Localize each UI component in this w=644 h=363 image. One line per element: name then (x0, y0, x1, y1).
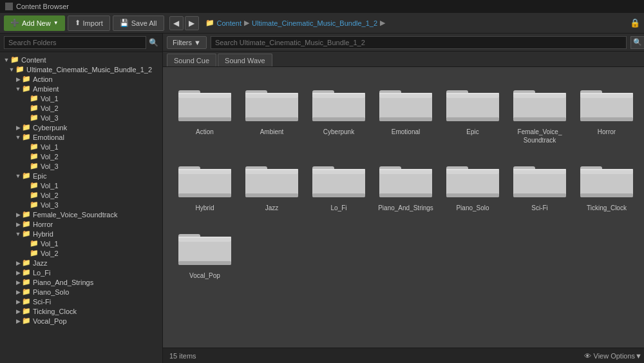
tree-label: Cyberpunk (33, 124, 67, 132)
content-search-input[interactable] (211, 36, 627, 49)
tree-item-ticking-clock[interactable]: ▶ 📁 Ticking_Clock (0, 306, 162, 316)
folder-icon (511, 80, 569, 125)
grid-folder-item[interactable]: Hybrid (173, 153, 236, 215)
svg-rect-34 (580, 117, 633, 121)
tree-label: Vol_2 (41, 191, 59, 199)
expand-arrow-icon: ▶ (14, 76, 22, 83)
status-bar: 15 items 👁 View Options▼ (163, 348, 644, 363)
svg-rect-73 (178, 237, 231, 238)
search-folders-input[interactable] (4, 36, 146, 49)
tree-item-hybrid[interactable]: ▼ 📁 Hybrid (0, 229, 162, 239)
tree-item-emotional-vol2[interactable]: 📁 Vol_2 (0, 152, 162, 161)
tree-label: Vol_3 (41, 114, 59, 122)
tree-item-ambient[interactable]: ▼ 📁 Ambient (0, 84, 162, 93)
tree-item-hybrid-vol2[interactable]: 📁 Vol_2 (0, 248, 162, 258)
tree-item-cyberpunk[interactable]: ▶ 📁 Cyberpunk (0, 123, 162, 132)
grid-folder-item[interactable]: Epic (441, 77, 504, 147)
tree-item-action[interactable]: ▶ 📁 Action (0, 74, 162, 84)
folder-icon (176, 156, 234, 201)
folder-icon (578, 156, 636, 201)
tree-item-horror[interactable]: ▶ 📁 Horror (0, 219, 162, 229)
tree-item-piano-solo[interactable]: ▶ 📁 Piano_Solo (0, 287, 162, 297)
tree-item-ambient-vol3[interactable]: 📁 Vol_3 (0, 113, 162, 123)
nav-buttons: ◀ ▶ (169, 16, 199, 30)
import-button[interactable]: ⬆ Import (68, 15, 110, 31)
add-new-button[interactable]: ➕ Add New ▼ (4, 15, 65, 31)
tree-label: Vol_2 (41, 104, 59, 112)
save-all-button[interactable]: 💾 Save All (113, 15, 164, 31)
folder-icon: 📁 (22, 172, 31, 180)
expand-arrow-icon: ▼ (14, 86, 22, 92)
nav-back-button[interactable]: ◀ (169, 16, 184, 30)
svg-rect-54 (379, 193, 432, 197)
folder-label: Cyberpunk (323, 128, 354, 136)
grid-folder-item[interactable]: Lo_Fi (307, 153, 370, 215)
tree-item-epic-vol3[interactable]: 📁 Vol_3 (0, 200, 162, 210)
search-go-button[interactable]: 🔍 (630, 36, 644, 49)
grid-folder-item[interactable]: Emotional (374, 77, 437, 147)
folder-icon: 📁 (30, 181, 39, 190)
grid-folder-item[interactable]: Vocal_Pop (173, 221, 236, 282)
grid-folder-item[interactable]: Horror (575, 77, 638, 147)
nav-forward-button[interactable]: ▶ (185, 16, 199, 30)
breadcrumb-content[interactable]: Content (217, 19, 242, 27)
tree-label: Lo_Fi (33, 269, 51, 277)
folder-icon: 📁 (22, 288, 31, 296)
grid-folder-item[interactable]: Ticking_Clock (575, 153, 638, 215)
folder-icon (444, 156, 502, 201)
folder-icon (243, 156, 301, 201)
folder-icon: 📁 (205, 19, 214, 27)
expand-arrow-icon: ▼ (8, 66, 15, 73)
tree-item-epic[interactable]: ▼ 📁 Epic (0, 171, 162, 181)
tree-item-vocal-pop[interactable]: ▶ 📁 Vocal_Pop (0, 316, 162, 326)
app-icon (5, 3, 13, 10)
folder-label: Ambient (260, 128, 284, 136)
svg-rect-53 (379, 169, 432, 170)
breadcrumb-sep-1: ▶ (244, 19, 249, 27)
folder-icon: 📁 (30, 162, 39, 170)
expand-arrow-icon: ▶ (14, 308, 22, 315)
folder-icon (511, 156, 569, 201)
expand-arrow-icon: ▶ (14, 299, 22, 305)
tree-label: Ultimate_Cinematic_Music_Bundle_1_2 (26, 66, 152, 74)
filters-button[interactable]: Filters ▼ (167, 36, 207, 49)
grid-folder-item[interactable]: Piano_And_Strings (374, 153, 437, 215)
tree-item-ambient-vol1[interactable]: 📁 Vol_1 (0, 93, 162, 103)
tree-item-emotional-vol3[interactable]: 📁 Vol_3 (0, 161, 162, 171)
grid-folder-item[interactable]: Sci-Fi (508, 153, 571, 215)
grid-folder-item[interactable]: Action (173, 77, 236, 147)
breadcrumb-bundle[interactable]: Ultimate_Cinematic_Music_Bundle_1_2 (252, 19, 377, 27)
expand-arrow-icon: ▼ (14, 231, 22, 237)
import-icon: ⬆ (75, 19, 80, 27)
svg-rect-8 (245, 93, 298, 94)
grid-folder-item[interactable]: Ambient (240, 77, 303, 147)
tree-item-epic-vol2[interactable]: 📁 Vol_2 (0, 190, 162, 200)
search-icon: 🔍 (149, 38, 158, 47)
expand-arrow-icon: ▶ (14, 289, 22, 295)
tree-item-emotional-vol1[interactable]: 📁 Vol_1 (0, 142, 162, 152)
folder-icon: 📁 (30, 191, 39, 199)
tree-item-emotional[interactable]: ▼ 📁 Emotional (0, 132, 162, 142)
tree-item-lofi[interactable]: ▶ 📁 Lo_Fi (0, 268, 162, 277)
tree-item-hybrid-vol1[interactable]: 📁 Vol_1 (0, 239, 162, 248)
grid-folder-item[interactable]: Piano_Solo (441, 153, 504, 215)
grid-folder-item[interactable]: Jazz (240, 153, 303, 215)
tree-item-scifi[interactable]: ▶ 📁 Sci-Fi (0, 297, 162, 306)
item-count: 15 items (169, 352, 196, 360)
filter-tab-sound-wave[interactable]: Sound Wave (218, 54, 272, 66)
tree-item-epic-vol1[interactable]: 📁 Vol_1 (0, 181, 162, 190)
tree-item-bundle[interactable]: ▼ 📁 Ultimate_Cinematic_Music_Bundle_1_2 (0, 64, 162, 74)
filter-tab-sound-cue[interactable]: Sound Cue (167, 54, 216, 66)
title-bar-label: Content Browser (16, 3, 69, 10)
grid-folder-item[interactable]: Female_Voice_ Soundtrack (508, 77, 571, 147)
view-options-button[interactable]: 👁 View Options▼ (584, 352, 643, 360)
folder-label: Action (196, 128, 214, 136)
tree-item-ambient-vol2[interactable]: 📁 Vol_2 (0, 103, 162, 113)
tree-item-content[interactable]: ▼ 📁 Content (0, 55, 162, 64)
grid-folder-item[interactable]: Cyberpunk (307, 77, 370, 147)
folder-icon: 📁 (30, 142, 39, 151)
tree-item-female-voice[interactable]: ▶ 📁 Female_Voice_Soundtrack (0, 210, 162, 219)
folder-icon: 📁 (30, 94, 39, 103)
tree-item-piano-strings[interactable]: ▶ 📁 Piano_And_Strings (0, 277, 162, 287)
tree-item-jazz[interactable]: ▶ 📁 Jazz (0, 258, 162, 268)
